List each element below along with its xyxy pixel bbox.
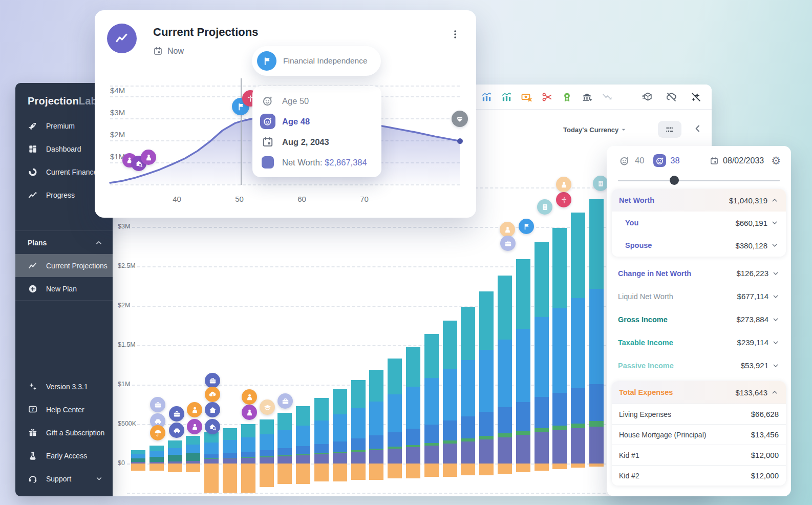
effects-off-icon[interactable] (690, 91, 702, 103)
net-worth-bar[interactable] (223, 428, 237, 464)
cloud-off-icon[interactable] (665, 91, 677, 103)
net-worth-bar[interactable] (149, 446, 164, 464)
bar-segment-negative-expenses[interactable] (333, 464, 347, 481)
bar-segment-negative-expenses[interactable] (204, 464, 219, 493)
summary-row-liquid-net-worth[interactable]: Liquid Net Worth$677,114 (607, 285, 791, 308)
award-icon[interactable] (561, 91, 573, 103)
bank-transfer-icon[interactable] (581, 91, 593, 103)
chart-pulse-blue-icon[interactable] (480, 91, 493, 103)
net-worth-bar[interactable] (552, 228, 567, 464)
bar-segment-negative-expenses[interactable] (168, 464, 182, 472)
net-worth-bar[interactable] (168, 440, 182, 464)
net-worth-bar[interactable] (277, 413, 292, 464)
bar-segment-negative-expenses[interactable] (296, 464, 310, 484)
net-worth-bar[interactable] (351, 380, 366, 464)
date-display[interactable]: 08/02/2033 (710, 156, 764, 165)
event-person-icon[interactable] (187, 419, 202, 434)
bar-segment-negative-expenses[interactable] (498, 464, 512, 474)
net-worth-bar[interactable] (571, 213, 585, 464)
bar-segment-negative-expenses[interactable] (589, 464, 604, 467)
net-worth-bar[interactable] (388, 359, 402, 464)
bar-segment-negative-expenses[interactable] (479, 464, 494, 475)
net-worth-bar[interactable] (461, 307, 475, 464)
net-worth-bar[interactable] (535, 242, 549, 464)
sidebar-section-plans[interactable]: Plans (15, 231, 113, 254)
bar-segment-negative-expenses[interactable] (571, 464, 585, 468)
net-worth-bar[interactable] (260, 419, 274, 464)
net-worth-bar[interactable] (186, 436, 200, 464)
collapse-panel-button[interactable] (692, 123, 704, 135)
bar-segment-negative-expenses[interactable] (131, 464, 145, 471)
event-building-icon[interactable] (537, 199, 552, 215)
age-spouse-chip[interactable]: 38 (653, 154, 679, 167)
bar-segment-negative-expenses[interactable] (241, 464, 255, 493)
net-worth-bar[interactable] (314, 398, 329, 464)
bar-segment-negative-expenses[interactable] (149, 464, 164, 471)
timeline-slider[interactable] (618, 176, 780, 185)
gear-icon[interactable]: ⚙ (771, 155, 781, 166)
net-worth-bar[interactable] (333, 389, 347, 464)
sidebar-item-early-access[interactable]: Early Access (15, 444, 113, 467)
event-house-search-icon[interactable] (205, 419, 220, 434)
net-worth-bar[interactable] (443, 321, 457, 464)
net-worth-bar[interactable] (516, 259, 530, 464)
event-person-icon[interactable] (242, 405, 257, 420)
net-worth-bar[interactable] (406, 347, 420, 464)
sidebar-item-support[interactable]: Support (15, 467, 113, 490)
net-worth-section-header[interactable]: Net Worth$1,040,319 (612, 189, 786, 212)
net-worth-bar[interactable] (589, 199, 604, 464)
summary-row-change-in-net-worth[interactable]: Change in Net Worth$126,223 (607, 262, 791, 285)
event-person-icon[interactable] (556, 177, 571, 192)
expense-row-kid-1[interactable]: Kid #1$12,000 (612, 445, 786, 465)
sidebar-item-help-center[interactable]: ?Help Center (15, 398, 113, 421)
bar-segment-negative-expenses[interactable] (461, 464, 475, 475)
event-person-icon[interactable] (187, 402, 202, 417)
net-worth-bar[interactable] (204, 432, 219, 464)
sidebar-item-version-3-3-1[interactable]: Version 3.3.1 (15, 375, 113, 398)
summary-row-spouse[interactable]: Spouse$380,128 (612, 234, 786, 257)
sidebar-item-gift-a-subscription[interactable]: Gift a Subscription (15, 421, 113, 444)
net-worth-bar[interactable] (479, 291, 494, 464)
event-car-icon[interactable] (169, 423, 184, 438)
event-palm-icon[interactable] (556, 192, 571, 207)
event-briefcase-icon[interactable] (205, 373, 220, 388)
net-worth-bar[interactable] (296, 406, 310, 464)
net-worth-bar[interactable] (424, 334, 439, 464)
event-person-icon[interactable] (242, 389, 257, 405)
summary-row-passive-income[interactable]: Passive Income$53,921 (607, 354, 791, 377)
currency-selector[interactable]: Today's Currency (563, 126, 618, 134)
summary-row-taxable-income[interactable]: Taxable Income$239,114 (607, 331, 791, 354)
bar-segment-negative-expenses[interactable] (516, 464, 530, 472)
event-cloud-bolt-icon[interactable] (205, 387, 220, 402)
bar-segment-negative-expenses[interactable] (369, 464, 383, 480)
bar-segment-negative-expenses[interactable] (388, 464, 402, 478)
bar-segment-negative-expenses[interactable] (406, 464, 420, 478)
summary-row-you[interactable]: You$660,191 (612, 212, 786, 234)
event-briefcase-icon[interactable] (169, 406, 184, 422)
slider-handle[interactable] (670, 176, 679, 185)
money-cancel-icon[interactable] (520, 91, 532, 103)
trend-down-icon[interactable] (601, 91, 613, 103)
bar-segment-negative-expenses[interactable] (351, 464, 366, 480)
bar-segment-negative-expenses[interactable] (314, 464, 329, 481)
bar-segment-negative-expenses[interactable] (260, 464, 274, 487)
event-person-icon[interactable] (141, 150, 156, 165)
net-worth-bar[interactable] (498, 276, 512, 464)
summary-row-gross-income[interactable]: Gross Income$273,884 (607, 308, 791, 331)
bar-segment-negative-expenses[interactable] (552, 464, 567, 469)
bar-segment-negative-expenses[interactable] (424, 464, 439, 477)
age-you-chip[interactable]: 40 (618, 154, 644, 167)
event-umbrella-icon[interactable] (150, 425, 165, 440)
sidebar-item-current-projections[interactable]: Current Projections (15, 254, 113, 277)
event-grad-cap-icon[interactable] (260, 399, 275, 415)
event-person-icon[interactable] (500, 222, 515, 237)
bar-segment-negative-expenses[interactable] (443, 464, 457, 477)
event-briefcase-icon[interactable] (500, 236, 516, 251)
simulation-cube-icon[interactable] (642, 91, 654, 103)
event-briefcase-icon[interactable] (150, 397, 165, 412)
bar-segment-negative-expenses[interactable] (223, 464, 237, 493)
tax-scissors-icon[interactable] (541, 91, 553, 103)
chart-pulse-teal-icon[interactable] (500, 91, 512, 103)
filter-settings-button[interactable] (658, 121, 681, 138)
expense-row-living-expenses[interactable]: Living Expenses$66,628 (612, 404, 786, 424)
